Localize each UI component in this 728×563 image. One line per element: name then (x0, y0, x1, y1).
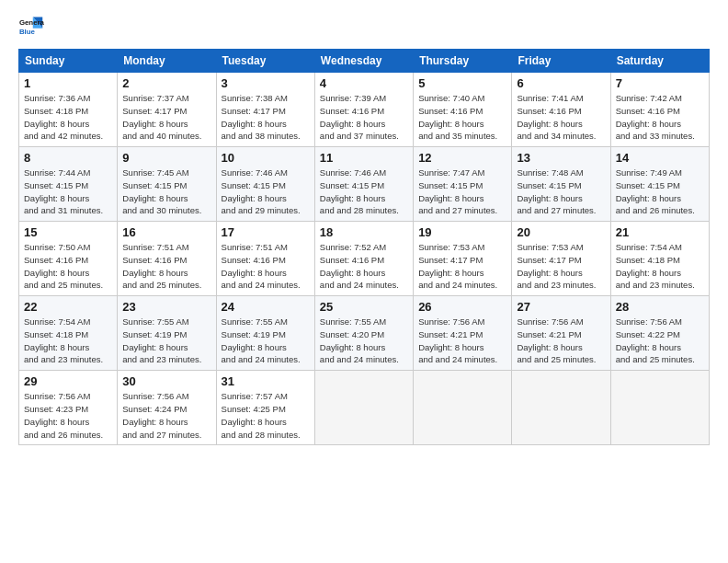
calendar-day-cell: 2 Sunrise: 7:37 AMSunset: 4:17 PMDayligh… (118, 73, 216, 147)
calendar-day-cell: 9 Sunrise: 7:45 AMSunset: 4:15 PMDayligh… (118, 147, 216, 222)
day-number: 7 (616, 76, 704, 90)
day-number: 29 (24, 374, 112, 388)
day-info: Sunrise: 7:54 AMSunset: 4:18 PMDaylight:… (616, 241, 704, 292)
day-number: 3 (222, 76, 310, 90)
day-info: Sunrise: 7:38 AMSunset: 4:17 PMDaylight:… (222, 92, 310, 143)
day-info: Sunrise: 7:53 AMSunset: 4:17 PMDaylight:… (418, 241, 506, 292)
day-number: 23 (122, 300, 210, 314)
day-number: 10 (222, 151, 310, 165)
day-number: 20 (517, 225, 605, 239)
weekday-header: Saturday (610, 50, 709, 73)
calendar-day-cell: 28 Sunrise: 7:56 AMSunset: 4:22 PMDaylig… (610, 296, 709, 371)
calendar-day-cell: 21 Sunrise: 7:54 AMSunset: 4:18 PMDaylig… (610, 222, 709, 296)
day-number: 17 (222, 225, 310, 239)
weekday-header: Friday (512, 50, 610, 73)
calendar-day-cell (610, 371, 709, 445)
day-number: 12 (418, 151, 506, 165)
calendar-day-cell: 25 Sunrise: 7:55 AMSunset: 4:20 PMDaylig… (314, 296, 413, 371)
day-number: 6 (517, 76, 605, 90)
day-info: Sunrise: 7:42 AMSunset: 4:16 PMDaylight:… (616, 92, 704, 143)
calendar-day-cell: 27 Sunrise: 7:56 AMSunset: 4:21 PMDaylig… (512, 296, 610, 371)
day-number: 19 (418, 225, 506, 239)
day-info: Sunrise: 7:46 AMSunset: 4:15 PMDaylight:… (320, 167, 408, 217)
day-number: 28 (616, 300, 704, 314)
calendar-day-cell: 20 Sunrise: 7:53 AMSunset: 4:17 PMDaylig… (512, 222, 610, 296)
page: General Blue SundayMondayTuesdayWednesda… (0, 0, 728, 563)
calendar-day-cell: 19 Sunrise: 7:53 AMSunset: 4:17 PMDaylig… (414, 222, 512, 296)
calendar-day-cell: 29 Sunrise: 7:56 AMSunset: 4:23 PMDaylig… (19, 371, 118, 445)
day-info: Sunrise: 7:56 AMSunset: 4:24 PMDaylight:… (122, 390, 210, 441)
day-info: Sunrise: 7:48 AMSunset: 4:15 PMDaylight:… (517, 167, 605, 217)
logo: General Blue (18, 14, 44, 40)
calendar-day-cell: 17 Sunrise: 7:51 AMSunset: 4:16 PMDaylig… (216, 222, 314, 296)
day-number: 26 (418, 300, 506, 314)
calendar-day-cell: 4 Sunrise: 7:39 AMSunset: 4:16 PMDayligh… (314, 73, 413, 147)
day-info: Sunrise: 7:41 AMSunset: 4:16 PMDaylight:… (517, 92, 605, 143)
day-info: Sunrise: 7:50 AMSunset: 4:16 PMDaylight:… (24, 241, 112, 292)
svg-text:Blue: Blue (19, 28, 36, 36)
day-number: 30 (122, 374, 210, 388)
weekday-header: Wednesday (314, 50, 413, 73)
day-number: 18 (320, 225, 408, 239)
day-info: Sunrise: 7:44 AMSunset: 4:15 PMDaylight:… (24, 167, 112, 217)
day-info: Sunrise: 7:56 AMSunset: 4:22 PMDaylight:… (616, 316, 704, 366)
day-number: 11 (320, 151, 408, 165)
day-info: Sunrise: 7:46 AMSunset: 4:15 PMDaylight:… (222, 167, 310, 217)
day-info: Sunrise: 7:51 AMSunset: 4:16 PMDaylight:… (222, 241, 310, 292)
calendar-day-cell: 16 Sunrise: 7:51 AMSunset: 4:16 PMDaylig… (118, 222, 216, 296)
calendar-table: SundayMondayTuesdayWednesdayThursdayFrid… (18, 49, 710, 445)
calendar-day-cell: 18 Sunrise: 7:52 AMSunset: 4:16 PMDaylig… (314, 222, 413, 296)
day-info: Sunrise: 7:57 AMSunset: 4:25 PMDaylight:… (222, 390, 310, 441)
calendar-day-cell: 14 Sunrise: 7:49 AMSunset: 4:15 PMDaylig… (610, 147, 709, 222)
day-number: 15 (24, 225, 112, 239)
calendar-day-cell: 5 Sunrise: 7:40 AMSunset: 4:16 PMDayligh… (414, 73, 512, 147)
day-number: 14 (616, 151, 704, 165)
weekday-header: Monday (118, 50, 216, 73)
calendar-day-cell: 23 Sunrise: 7:55 AMSunset: 4:19 PMDaylig… (118, 296, 216, 371)
day-info: Sunrise: 7:54 AMSunset: 4:18 PMDaylight:… (24, 316, 112, 366)
calendar-day-cell: 11 Sunrise: 7:46 AMSunset: 4:15 PMDaylig… (314, 147, 413, 222)
calendar-day-cell: 31 Sunrise: 7:57 AMSunset: 4:25 PMDaylig… (216, 371, 314, 445)
calendar-day-cell: 1 Sunrise: 7:36 AMSunset: 4:18 PMDayligh… (19, 73, 118, 147)
day-info: Sunrise: 7:49 AMSunset: 4:15 PMDaylight:… (616, 167, 704, 217)
calendar-day-cell (512, 371, 610, 445)
weekday-header: Thursday (414, 50, 512, 73)
day-number: 16 (122, 225, 210, 239)
calendar-week-row: 15 Sunrise: 7:50 AMSunset: 4:16 PMDaylig… (19, 222, 710, 296)
day-number: 8 (24, 151, 112, 165)
calendar-week-row: 1 Sunrise: 7:36 AMSunset: 4:18 PMDayligh… (19, 73, 710, 147)
day-info: Sunrise: 7:52 AMSunset: 4:16 PMDaylight:… (320, 241, 408, 292)
calendar-day-cell: 12 Sunrise: 7:47 AMSunset: 4:15 PMDaylig… (414, 147, 512, 222)
day-info: Sunrise: 7:53 AMSunset: 4:17 PMDaylight:… (517, 241, 605, 292)
day-number: 25 (320, 300, 408, 314)
calendar-day-cell: 30 Sunrise: 7:56 AMSunset: 4:24 PMDaylig… (118, 371, 216, 445)
day-number: 1 (24, 76, 112, 90)
day-number: 24 (222, 300, 310, 314)
calendar-day-cell: 24 Sunrise: 7:55 AMSunset: 4:19 PMDaylig… (216, 296, 314, 371)
calendar-day-cell (314, 371, 413, 445)
day-info: Sunrise: 7:55 AMSunset: 4:20 PMDaylight:… (320, 316, 408, 366)
calendar-day-cell: 7 Sunrise: 7:42 AMSunset: 4:16 PMDayligh… (610, 73, 709, 147)
day-info: Sunrise: 7:36 AMSunset: 4:18 PMDaylight:… (24, 92, 112, 143)
day-info: Sunrise: 7:51 AMSunset: 4:16 PMDaylight:… (122, 241, 210, 292)
day-info: Sunrise: 7:47 AMSunset: 4:15 PMDaylight:… (418, 167, 506, 217)
header: General Blue (18, 14, 710, 40)
calendar-day-cell: 10 Sunrise: 7:46 AMSunset: 4:15 PMDaylig… (216, 147, 314, 222)
calendar-day-cell (414, 371, 512, 445)
svg-text:General: General (19, 18, 44, 27)
day-info: Sunrise: 7:56 AMSunset: 4:21 PMDaylight:… (418, 316, 506, 366)
day-info: Sunrise: 7:40 AMSunset: 4:16 PMDaylight:… (418, 92, 506, 143)
day-info: Sunrise: 7:56 AMSunset: 4:21 PMDaylight:… (517, 316, 605, 366)
day-info: Sunrise: 7:39 AMSunset: 4:16 PMDaylight:… (320, 92, 408, 143)
day-info: Sunrise: 7:55 AMSunset: 4:19 PMDaylight:… (122, 316, 210, 366)
day-number: 27 (517, 300, 605, 314)
day-number: 31 (222, 374, 310, 388)
day-number: 4 (320, 76, 408, 90)
day-number: 5 (418, 76, 506, 90)
day-info: Sunrise: 7:37 AMSunset: 4:17 PMDaylight:… (122, 92, 210, 143)
day-number: 9 (122, 151, 210, 165)
day-info: Sunrise: 7:56 AMSunset: 4:23 PMDaylight:… (24, 390, 112, 441)
day-number: 13 (517, 151, 605, 165)
logo-icon: General Blue (18, 14, 44, 40)
calendar-day-cell: 6 Sunrise: 7:41 AMSunset: 4:16 PMDayligh… (512, 73, 610, 147)
